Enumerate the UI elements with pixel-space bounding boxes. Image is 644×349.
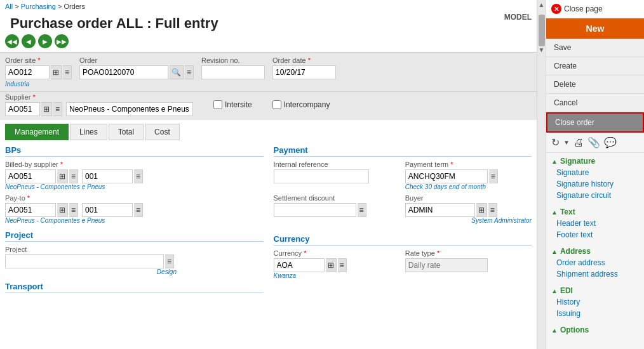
settlement-discount-input[interactable] xyxy=(274,203,356,217)
edi-section: ▲ EDI History Issuing xyxy=(546,282,644,322)
payment-term-label: Payment term * xyxy=(405,161,532,168)
pay-to-icon3[interactable]: ≡ xyxy=(134,203,143,217)
sidebar-item-shipment-address[interactable]: Shipment address xyxy=(546,268,644,280)
billed-by-icon2[interactable]: ≡ xyxy=(69,169,78,183)
sidebar-item-signature-circuit[interactable]: Signature circuit xyxy=(546,190,644,201)
internal-ref-input[interactable] xyxy=(274,169,369,183)
tab-cost[interactable]: Cost xyxy=(145,124,180,140)
close-page-button[interactable]: ✕ Close page xyxy=(546,0,644,18)
intersite-checkbox[interactable] xyxy=(213,100,222,109)
options-section-label: Options xyxy=(560,326,589,334)
scroll-up-arrow[interactable]: ▲ xyxy=(539,1,545,8)
payment-section-title: Payment xyxy=(274,145,532,157)
revision-label: Revision no. xyxy=(201,56,265,64)
transport-section-title: Transport xyxy=(5,282,264,293)
address-section: ▲ Address Order address Shipment address xyxy=(546,243,644,282)
project-sub: Design xyxy=(5,268,177,275)
billed-by-extra-input[interactable] xyxy=(82,169,133,183)
settlement-icon[interactable]: ≡ xyxy=(358,203,366,217)
new-button[interactable]: New xyxy=(546,18,644,39)
project-label: Project xyxy=(5,246,264,253)
breadcrumb: All > Purchasing > Orders xyxy=(0,0,537,13)
scroll-thumb[interactable] xyxy=(539,15,545,46)
breadcrumb-purchasing[interactable]: Purchasing xyxy=(21,3,56,10)
nav-last-button[interactable]: ▶▶ xyxy=(55,34,69,48)
options-section: ▲ Options xyxy=(546,322,644,338)
currency-icon2[interactable]: ≡ xyxy=(338,258,347,272)
tab-total[interactable]: Total xyxy=(109,124,144,140)
save-button[interactable]: Save xyxy=(546,39,644,57)
intersite-checkbox-label[interactable]: Intersite xyxy=(213,100,252,109)
edi-section-header[interactable]: ▲ EDI xyxy=(546,285,644,296)
close-order-button[interactable]: Close order xyxy=(546,112,644,133)
supplier-icon1[interactable]: ⊞ xyxy=(41,102,52,116)
attach-icon[interactable]: 📎 xyxy=(587,136,600,148)
tab-management[interactable]: Management xyxy=(5,124,69,140)
currency-input[interactable] xyxy=(274,258,325,272)
sidebar-item-signature[interactable]: Signature xyxy=(546,167,644,178)
project-icon[interactable]: ≡ xyxy=(165,254,174,268)
sidebar-item-issuing[interactable]: Issuing xyxy=(546,308,644,319)
main-scrollbar[interactable]: ▲ ▼ xyxy=(537,0,546,349)
pay-to-extra-input[interactable] xyxy=(82,203,133,217)
nav-first-button[interactable]: ◀◀ xyxy=(5,34,19,48)
order-date-input[interactable] xyxy=(272,65,336,79)
sidebar-item-history[interactable]: History xyxy=(546,296,644,308)
currency-icon1[interactable]: ⊞ xyxy=(326,258,337,272)
order-site-label: Order site * xyxy=(5,56,72,64)
supplier-icon2[interactable]: ≡ xyxy=(53,102,62,116)
supplier-name-input[interactable] xyxy=(66,102,193,116)
chat-icon[interactable]: 💬 xyxy=(604,136,617,148)
signature-section-header[interactable]: ▲ Signature xyxy=(546,155,644,167)
pay-to-icon1[interactable]: ⊞ xyxy=(57,203,68,217)
order-site-icon1[interactable]: ⊞ xyxy=(51,65,62,79)
page-title: Purchase order ALL : Full entry xyxy=(5,13,532,33)
supplier-code-input[interactable] xyxy=(5,102,40,116)
tab-lines[interactable]: Lines xyxy=(70,124,107,140)
sidebar-item-footer-text[interactable]: Footer text xyxy=(546,229,644,240)
order-date-label: Order date * xyxy=(272,56,336,64)
order-site-icon2[interactable]: ≡ xyxy=(63,65,72,79)
text-section-header[interactable]: ▲ Text xyxy=(546,206,644,218)
bps-section-title: BPs xyxy=(5,145,264,157)
buyer-icon1[interactable]: ⊞ xyxy=(476,203,487,217)
intercompany-checkbox[interactable] xyxy=(272,100,281,109)
project-input[interactable] xyxy=(5,254,164,268)
options-section-header[interactable]: ▲ Options xyxy=(546,324,644,336)
billed-by-code-input[interactable] xyxy=(5,169,56,183)
revision-input[interactable] xyxy=(201,65,265,79)
sidebar-item-signature-history[interactable]: Signature history xyxy=(546,178,644,190)
create-button[interactable]: Create xyxy=(546,57,644,76)
order-list-icon[interactable]: ≡ xyxy=(185,65,194,79)
rate-type-input[interactable] xyxy=(405,258,488,272)
print-icon[interactable]: 🖨 xyxy=(574,137,584,148)
pay-to-code-input[interactable] xyxy=(5,203,56,217)
order-site-input[interactable] xyxy=(5,65,50,79)
buyer-icon2[interactable]: ≡ xyxy=(488,203,497,217)
refresh-icon[interactable]: ↻ xyxy=(551,136,560,148)
sidebar-item-header-text[interactable]: Header text xyxy=(546,218,644,229)
order-search-icon[interactable]: 🔍 xyxy=(170,65,184,79)
billed-by-icon3[interactable]: ≡ xyxy=(134,169,143,183)
intercompany-checkbox-label[interactable]: Intercompany xyxy=(272,100,330,109)
refresh-arrow[interactable]: ▼ xyxy=(563,139,570,146)
text-section-label: Text xyxy=(560,207,575,216)
options-arrow: ▲ xyxy=(551,327,558,334)
delete-button[interactable]: Delete xyxy=(546,76,644,94)
payment-term-input[interactable] xyxy=(405,169,488,183)
sidebar-item-order-address[interactable]: Order address xyxy=(546,257,644,268)
text-section: ▲ Text Header text Footer text xyxy=(546,204,644,243)
pay-to-icon2[interactable]: ≡ xyxy=(69,203,78,217)
buyer-input[interactable] xyxy=(405,203,475,217)
currency-label: Currency * xyxy=(274,249,400,257)
payment-term-icon[interactable]: ≡ xyxy=(489,169,498,183)
breadcrumb-all[interactable]: All xyxy=(5,3,13,10)
address-section-header[interactable]: ▲ Address xyxy=(546,246,644,257)
scroll-down-arrow[interactable]: ▼ xyxy=(539,46,545,53)
billed-by-icon1[interactable]: ⊞ xyxy=(57,169,68,183)
cancel-button[interactable]: Cancel xyxy=(546,94,644,112)
nav-prev-button[interactable]: ◀ xyxy=(22,34,36,48)
address-section-label: Address xyxy=(560,247,591,256)
nav-next-button[interactable]: ▶ xyxy=(38,34,52,48)
order-input[interactable] xyxy=(79,65,168,79)
